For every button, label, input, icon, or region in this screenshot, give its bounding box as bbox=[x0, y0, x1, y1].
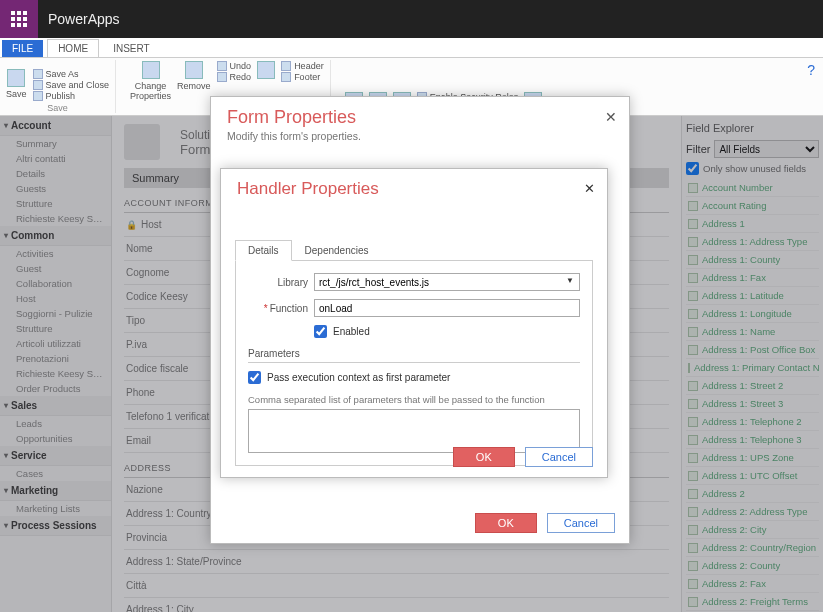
handler-properties-title: Handler Properties bbox=[237, 179, 591, 199]
remove-icon bbox=[185, 61, 203, 79]
svg-rect-0 bbox=[11, 11, 15, 15]
form-properties-title: Form Properties bbox=[227, 107, 613, 128]
undo-button[interactable]: Undo bbox=[217, 61, 252, 71]
save-as-button[interactable]: Save As bbox=[33, 69, 110, 79]
remove-button[interactable]: Remove bbox=[177, 61, 211, 91]
svg-rect-1 bbox=[17, 11, 21, 15]
handler-cancel-button[interactable]: Cancel bbox=[525, 447, 593, 467]
ribbon-group-save: Save bbox=[47, 103, 68, 113]
redo-button[interactable]: Redo bbox=[217, 72, 252, 82]
body-button[interactable] bbox=[257, 61, 275, 79]
undo-icon bbox=[217, 61, 227, 71]
body-icon bbox=[257, 61, 275, 79]
app-bar: PowerApps bbox=[0, 0, 823, 38]
form-properties-cancel-button[interactable]: Cancel bbox=[547, 513, 615, 533]
pass-context-checkbox[interactable] bbox=[248, 371, 261, 384]
svg-rect-6 bbox=[11, 23, 15, 27]
footer-icon bbox=[281, 72, 291, 82]
pass-context-label: Pass execution context as first paramete… bbox=[267, 372, 450, 383]
redo-icon bbox=[217, 72, 227, 82]
ribbon-tab-home[interactable]: HOME bbox=[47, 39, 99, 57]
enabled-label: Enabled bbox=[333, 326, 370, 337]
save-and-close-button[interactable]: Save and Close bbox=[33, 80, 110, 90]
handler-properties-dialog: Handler Properties ✕ Details Dependencie… bbox=[220, 168, 608, 478]
svg-rect-5 bbox=[23, 17, 27, 21]
library-select[interactable]: rct_/js/rct_host_events.js bbox=[314, 273, 580, 291]
header-button[interactable]: Header bbox=[281, 61, 324, 71]
svg-rect-2 bbox=[23, 11, 27, 15]
form-properties-ok-button[interactable]: OK bbox=[475, 513, 537, 533]
enabled-checkbox[interactable] bbox=[314, 325, 327, 338]
save-as-icon bbox=[33, 69, 43, 79]
handler-properties-close-button[interactable]: ✕ bbox=[584, 181, 595, 196]
publish-button[interactable]: Publish bbox=[33, 91, 110, 101]
save-icon bbox=[7, 69, 25, 87]
form-properties-close-button[interactable]: ✕ bbox=[605, 109, 617, 125]
save-button[interactable]: Save bbox=[6, 69, 27, 99]
change-properties-button[interactable]: Change Properties bbox=[130, 61, 171, 101]
ribbon-tabs: FILE HOME INSERT bbox=[0, 38, 823, 58]
handler-ok-button[interactable]: OK bbox=[453, 447, 515, 467]
tab-details[interactable]: Details bbox=[235, 240, 292, 261]
parameters-heading: Parameters bbox=[248, 348, 580, 363]
app-launcher-button[interactable] bbox=[0, 0, 38, 38]
svg-rect-7 bbox=[17, 23, 21, 27]
footer-button[interactable]: Footer bbox=[281, 72, 324, 82]
form-properties-subtitle: Modify this form's properties. bbox=[227, 130, 613, 142]
svg-rect-3 bbox=[11, 17, 15, 21]
app-title: PowerApps bbox=[48, 11, 120, 27]
waffle-icon bbox=[11, 11, 27, 27]
ribbon-tab-insert[interactable]: INSERT bbox=[103, 40, 160, 57]
save-close-icon bbox=[33, 80, 43, 90]
header-icon bbox=[281, 61, 291, 71]
svg-rect-4 bbox=[17, 17, 21, 21]
function-input[interactable] bbox=[314, 299, 580, 317]
publish-icon bbox=[33, 91, 43, 101]
help-icon[interactable]: ? bbox=[807, 62, 815, 78]
library-label: Library bbox=[248, 277, 308, 288]
svg-rect-8 bbox=[23, 23, 27, 27]
parameters-hint: Comma separated list of parameters that … bbox=[248, 394, 580, 405]
ribbon-tab-file[interactable]: FILE bbox=[2, 40, 43, 57]
tab-dependencies[interactable]: Dependencies bbox=[292, 240, 382, 261]
function-label: Function bbox=[248, 303, 308, 314]
properties-icon bbox=[142, 61, 160, 79]
